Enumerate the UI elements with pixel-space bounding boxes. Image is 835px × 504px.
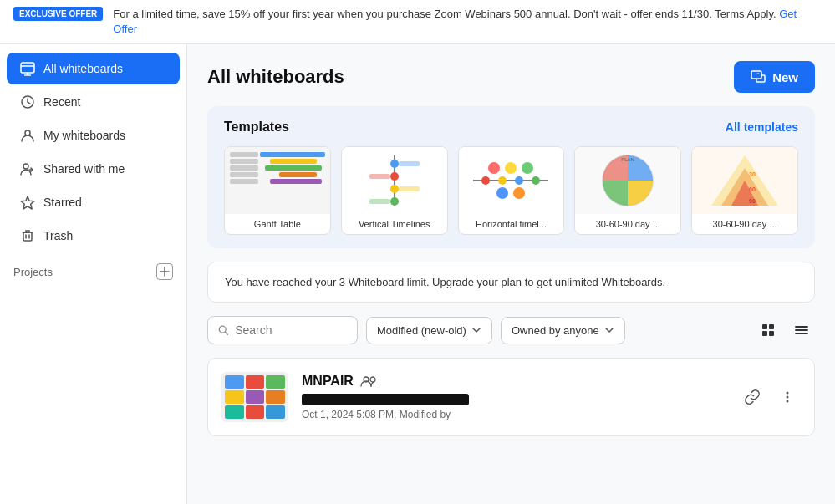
sidebar-item-all-whiteboards[interactable]: All whiteboards [7, 53, 180, 84]
template-horizontal-timelines-thumbnail [459, 147, 564, 214]
svg-point-6 [23, 164, 28, 169]
all-templates-link[interactable]: All templates [726, 120, 798, 134]
sort-dropdown[interactable]: Modified (new-old) [366, 317, 492, 344]
page-title: All whiteboards [207, 66, 344, 88]
svg-point-20 [390, 197, 399, 206]
view-toggle [755, 317, 815, 344]
upgrade-notice: You have reached your 3 Whiteboard limit… [207, 262, 815, 303]
svg-point-33 [496, 187, 508, 199]
sidebar-label-my-whiteboards: My whiteboards [43, 129, 125, 142]
person-share-icon [20, 161, 35, 176]
svg-point-18 [390, 172, 399, 181]
template-30-60-90-1[interactable]: PLAN 30-60-90 day ... [574, 146, 681, 235]
svg-point-5 [25, 130, 30, 135]
promotional-banner: EXCLUSIVE OFFER For a limited time, save… [0, 0, 835, 44]
svg-point-34 [513, 187, 525, 199]
clock-icon [20, 94, 35, 109]
list-view-button[interactable] [788, 317, 815, 344]
template-30-60-90-2-thumbnail: 30 60 90 [692, 147, 797, 214]
trash-icon [20, 228, 35, 243]
projects-section: Projects [0, 253, 186, 283]
svg-rect-9 [23, 232, 32, 241]
sidebar-item-shared-with-me[interactable]: Shared with me [7, 153, 180, 185]
template-30-60-90-1-label: 30-60-90 day ... [575, 214, 680, 234]
svg-text:90: 90 [749, 198, 756, 204]
chevron-down-icon [471, 325, 481, 335]
whiteboard-thumbnail [221, 372, 288, 422]
sidebar-item-trash[interactable]: Trash [7, 220, 180, 252]
template-vertical-timelines-thumbnail [342, 147, 447, 214]
person-icon [20, 128, 35, 143]
templates-grid: Gantt Table [224, 146, 798, 235]
svg-marker-8 [21, 196, 34, 209]
owner-dropdown[interactable]: Owned by anyone [501, 317, 625, 344]
templates-title: Templates [224, 120, 289, 135]
template-gantt[interactable]: Gantt Table [224, 146, 331, 235]
svg-rect-23 [399, 186, 420, 191]
link-button[interactable] [739, 384, 766, 410]
svg-rect-45 [762, 324, 767, 329]
svg-rect-24 [369, 199, 390, 204]
banner-text: For a limited time, save 15% off your fi… [113, 7, 822, 37]
template-gantt-thumbnail [225, 147, 330, 214]
search-input[interactable] [235, 323, 347, 337]
svg-rect-14 [751, 71, 761, 79]
svg-point-17 [390, 160, 399, 168]
svg-text:60: 60 [749, 186, 756, 192]
svg-point-30 [488, 162, 500, 174]
sidebar-label-all-whiteboards: All whiteboards [43, 62, 123, 75]
svg-point-56 [787, 400, 789, 403]
projects-label: Projects [13, 266, 53, 278]
more-options-button[interactable] [774, 384, 801, 410]
main-content: All whiteboards New Templates All templa… [187, 44, 835, 504]
whiteboard-date: Oct 1, 2024 5:08 PM, Modified by [302, 409, 726, 420]
template-horizontal-timelines-label: Horizontal timel... [459, 214, 564, 234]
templates-header: Templates All templates [224, 120, 798, 135]
whiteboard-icon [20, 61, 35, 76]
svg-point-55 [787, 396, 789, 399]
whiteboard-meta-bar [302, 394, 469, 405]
sidebar: All whiteboards Recent My whiteboards [0, 44, 187, 504]
svg-rect-0 [21, 63, 34, 73]
template-30-60-90-2-label: 30-60-90 day ... [692, 214, 797, 234]
svg-point-29 [532, 176, 540, 185]
new-whiteboard-button[interactable]: New [734, 61, 815, 93]
add-project-button[interactable] [156, 263, 173, 280]
svg-point-32 [522, 162, 533, 174]
owner-value: Owned by anyone [512, 324, 599, 337]
svg-rect-46 [769, 324, 774, 329]
app-layout: All whiteboards Recent My whiteboards [0, 44, 835, 504]
svg-text:30: 30 [749, 171, 756, 177]
template-horizontal-timelines[interactable]: Horizontal timel... [458, 146, 565, 235]
sidebar-label-trash: Trash [43, 229, 73, 242]
whiteboard-item[interactable]: MNPAIR Oct 1, 2024 5:08 PM, Modified by [207, 358, 815, 436]
whiteboard-actions [739, 384, 801, 410]
template-30-60-90-1-thumbnail: PLAN [575, 147, 680, 214]
template-gantt-label: Gantt Table [225, 214, 330, 234]
star-icon [20, 195, 35, 210]
template-vertical-timelines-label: Vertical Timelines [342, 214, 447, 234]
sidebar-label-starred: Starred [43, 196, 82, 209]
sidebar-item-starred[interactable]: Starred [7, 186, 180, 218]
svg-rect-21 [399, 161, 420, 166]
main-header: All whiteboards New [187, 44, 835, 106]
grid-view-button[interactable] [755, 317, 782, 344]
template-vertical-timelines[interactable]: Vertical Timelines [341, 146, 448, 235]
new-button-label: New [772, 70, 798, 84]
svg-point-54 [787, 392, 789, 395]
templates-section: Templates All templates [207, 106, 815, 248]
svg-rect-48 [769, 331, 774, 336]
filter-bar: Modified (new-old) Owned by anyone [207, 316, 815, 344]
search-icon [218, 324, 228, 336]
whiteboard-name: MNPAIR [302, 374, 726, 389]
sidebar-item-recent[interactable]: Recent [7, 86, 180, 118]
svg-text:PLAN: PLAN [621, 157, 634, 162]
svg-point-27 [498, 176, 507, 185]
sidebar-item-my-whiteboards[interactable]: My whiteboards [7, 120, 180, 151]
svg-rect-22 [369, 174, 390, 179]
team-icon [360, 375, 377, 387]
sidebar-label-shared-with-me: Shared with me [43, 162, 125, 176]
template-30-60-90-2[interactable]: 30 60 90 30-60-90 day ... [691, 146, 798, 235]
search-input-wrap[interactable] [207, 316, 358, 344]
svg-rect-47 [762, 331, 767, 336]
